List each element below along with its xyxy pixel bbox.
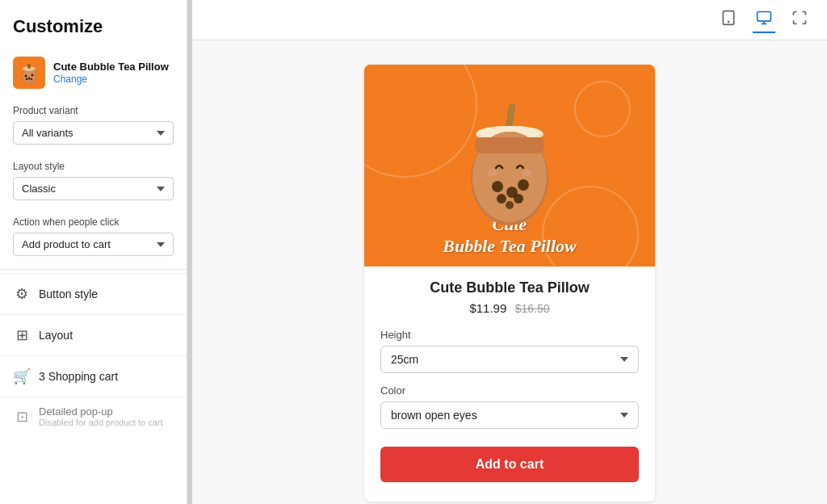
layout-label: Layout style <box>13 161 174 172</box>
desktop-view-icon[interactable] <box>753 6 775 33</box>
product-image-wrapper: Cute Bubble Tea Pillow <box>364 65 655 267</box>
sidebar-item-detailed-popup-sublabel: Disabled for add product to cart <box>39 418 162 427</box>
variant-field-group: Product variant All variants 25cm 35cm <box>0 99 187 154</box>
svg-point-6 <box>31 74 34 77</box>
preview-toolbar <box>192 0 827 40</box>
color-select[interactable]: brown open eyes pink open eyes blue open… <box>380 401 639 429</box>
layout-icon: ⊞ <box>13 326 31 344</box>
detailed-popup-icon: ⊡ <box>13 408 31 426</box>
svg-point-25 <box>518 179 529 191</box>
variant-select[interactable]: All variants 25cm 35cm <box>13 121 174 145</box>
page-title: Customize <box>0 0 187 50</box>
sidebar-item-button-style-label: Button style <box>39 288 98 300</box>
action-label: Action when people click <box>13 216 174 228</box>
product-info: Cute Bubble Tea Pillow Change <box>53 61 169 86</box>
svg-point-21 <box>487 170 498 176</box>
svg-rect-12 <box>758 12 771 22</box>
fullscreen-icon[interactable] <box>788 6 811 33</box>
sidebar-item-detailed-popup-label: Detailed pop-up <box>39 405 162 418</box>
layout-select[interactable]: Classic Modern Minimal <box>13 177 174 200</box>
svg-point-5 <box>28 78 31 80</box>
svg-point-23 <box>492 181 503 192</box>
svg-point-28 <box>506 201 514 209</box>
svg-point-4 <box>25 75 27 78</box>
product-change-link[interactable]: Change <box>53 74 169 85</box>
product-pricing: $11.99 $16.50 <box>380 301 639 316</box>
sidebar-item-layout[interactable]: ⊞ Layout <box>0 314 187 355</box>
product-card-title: Cute Bubble Tea Pillow <box>380 279 639 296</box>
tablet-view-icon[interactable] <box>717 6 740 33</box>
svg-point-27 <box>514 194 523 204</box>
sidebar-item-shopping-cart[interactable]: 🛒 3 Shopping cart <box>0 355 187 397</box>
layout-field-group: Layout style Classic Modern Minimal <box>0 154 187 210</box>
main-preview: Cute Bubble Tea Pillow Cute Bubble Tea P… <box>192 0 827 504</box>
sidebar-item-button-style[interactable]: ⚙ Button style <box>0 273 187 314</box>
sidebar: Customize Cute Bubble Tea Pillow Change … <box>0 0 187 504</box>
color-label: Color <box>380 384 639 397</box>
deco-circle-3 <box>574 81 631 137</box>
divider-1 <box>0 269 187 270</box>
action-field-group: Action when people click Add product to … <box>0 210 187 266</box>
product-details: Cute Bubble Tea Pillow $11.99 $16.50 Hei… <box>364 267 655 482</box>
svg-point-8 <box>31 78 32 80</box>
svg-point-22 <box>521 170 532 176</box>
color-variant-group: Color brown open eyes pink open eyes blu… <box>380 384 639 429</box>
pillow-illustration <box>457 102 562 230</box>
price-original: $16.50 <box>515 302 550 315</box>
add-to-cart-button[interactable]: Add to cart <box>380 447 639 482</box>
shopping-cart-icon: 🛒 <box>13 368 31 385</box>
variant-label: Product variant <box>13 105 174 116</box>
product-name: Cute Bubble Tea Pillow <box>53 61 169 74</box>
height-label: Height <box>380 329 639 341</box>
height-select[interactable]: 25cm 35cm <box>380 346 639 373</box>
svg-point-26 <box>497 194 506 204</box>
sidebar-item-layout-label: Layout <box>39 329 73 342</box>
preview-content: Cute Bubble Tea Pillow Cute Bubble Tea P… <box>192 40 827 504</box>
height-variant-group: Height 25cm 35cm <box>380 329 639 373</box>
product-card: Cute Bubble Tea Pillow Cute Bubble Tea P… <box>364 65 655 502</box>
svg-point-7 <box>26 78 27 80</box>
sidebar-item-detailed-popup: ⊡ Detailed pop-up Disabled for add produ… <box>0 397 187 435</box>
price-current: $11.99 <box>469 301 506 315</box>
button-style-icon: ⚙ <box>13 285 31 303</box>
svg-rect-29 <box>475 137 544 153</box>
product-block: Cute Bubble Tea Pillow Change <box>0 50 187 99</box>
product-thumbnail <box>13 57 45 89</box>
sidebar-item-shopping-cart-label: 3 Shopping cart <box>39 370 118 383</box>
action-select[interactable]: Add product to cart Open product page Do… <box>13 233 174 256</box>
